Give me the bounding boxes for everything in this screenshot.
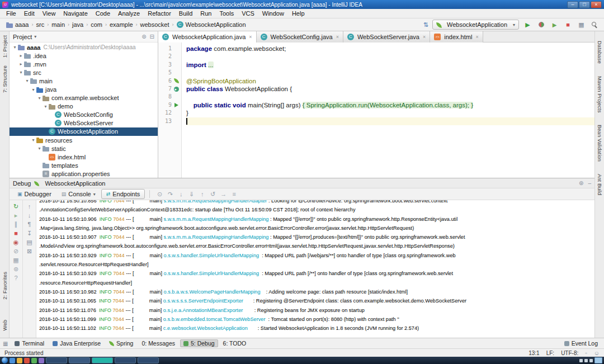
- step-into-button[interactable]: ↓: [176, 191, 186, 197]
- code-line-5[interactable]: [186, 69, 594, 77]
- taskbar-icon-5[interactable]: [39, 358, 44, 363]
- tree-chevron[interactable]: ▾: [18, 70, 24, 75]
- debug-settings-icon[interactable]: ⊛: [579, 180, 583, 186]
- taskbar-window-4[interactable]: [115, 357, 136, 363]
- toolwindow-bar-Event Log[interactable]: Event Log: [561, 339, 601, 347]
- tray-icon[interactable]: [579, 359, 583, 362]
- lock-icon[interactable]: ▫: [585, 350, 587, 356]
- close-tab-icon[interactable]: ×: [336, 34, 339, 40]
- tree-chevron[interactable]: ▾: [12, 45, 18, 50]
- menu-run[interactable]: Run: [196, 10, 215, 17]
- code-line-3[interactable]: import ...: [186, 61, 594, 69]
- code-line-6[interactable]: @SpringBootApplication: [186, 77, 594, 85]
- statusbar-item-2[interactable]: UTF-8:: [561, 350, 578, 356]
- tree-item-src[interactable]: ▾src: [10, 68, 158, 77]
- stop-button[interactable]: ■: [14, 230, 18, 237]
- tree-chevron[interactable]: ▾: [43, 104, 49, 109]
- coverage-button[interactable]: ▶: [550, 20, 559, 30]
- menu-analyze[interactable]: Analyze: [114, 10, 144, 17]
- tree-chevron[interactable]: ▾: [36, 146, 43, 151]
- debug-tab-console[interactable]: ▤Console▾: [57, 190, 100, 198]
- close-tab-icon[interactable]: ×: [423, 34, 426, 40]
- toolwindow-bar-5: Debug[interactable]: 5: Debug: [180, 339, 218, 347]
- toolwindow-bar-Java Enterprise[interactable]: Java Enterprise: [49, 339, 104, 347]
- toolwindow-bar-Terminal[interactable]: Terminal: [11, 339, 48, 347]
- close-button[interactable]: ×: [591, 1, 602, 8]
- step-out-button[interactable]: ↑: [197, 191, 207, 197]
- toolwindow-button-7: Structure[interactable]: 7: Structure: [2, 62, 8, 97]
- show-desktop-button[interactable]: [594, 357, 602, 363]
- code-area[interactable]: 123567891213 package com.example.websock…: [158, 42, 594, 178]
- tree-chevron[interactable]: ▾: [24, 78, 30, 83]
- toolwindow-button-Maven Projects[interactable]: Maven Projects: [597, 72, 603, 116]
- statusbar-item-0[interactable]: 13:1: [528, 350, 539, 356]
- step-over-button[interactable]: ↷: [165, 191, 176, 198]
- toolwindow-button-Ant Build[interactable]: Ant Build: [597, 170, 603, 199]
- navigate-icon[interactable]: ⇅: [423, 21, 428, 29]
- menu-build[interactable]: Build: [175, 10, 196, 17]
- menu-view[interactable]: View: [39, 10, 60, 17]
- code-line-2[interactable]: [186, 53, 594, 60]
- code-line-12[interactable]: }: [186, 109, 594, 117]
- collapse-all-icon[interactable]: ⊟: [150, 34, 154, 40]
- taskbar-icon-4[interactable]: [31, 358, 37, 363]
- menu-tools[interactable]: Tools: [215, 10, 238, 17]
- rerun-button[interactable]: ↻: [13, 203, 18, 210]
- tree-chevron[interactable]: ▸: [18, 62, 24, 67]
- toolwindow-switcher-icon[interactable]: ▦: [3, 341, 8, 347]
- next-occurrence-button[interactable]: ↓: [28, 212, 31, 219]
- taskbar-window-5[interactable]: [138, 357, 159, 363]
- hide-panel-icon[interactable]: –: [588, 180, 591, 186]
- editor-tab-WebsocketApplication.java[interactable]: WebsocketApplication.java×: [158, 31, 257, 42]
- tree-item-templates[interactable]: templates: [10, 161, 158, 169]
- debug-tab-endpoints[interactable]: ⇄Endpoints: [101, 189, 145, 199]
- toolwindow-button-2: Favorites[interactable]: 2: Favorites: [2, 268, 8, 304]
- run-button[interactable]: ▶: [523, 20, 532, 30]
- start-button[interactable]: [2, 357, 8, 363]
- statusbar-item-1[interactable]: LF:: [546, 350, 554, 356]
- tree-item-resources[interactable]: ▾resources: [10, 136, 158, 144]
- tree-item-main[interactable]: ▾main: [10, 77, 158, 85]
- crumb-java[interactable]: java: [70, 21, 85, 28]
- debug-console[interactable]: 2018-10-11 16:50:10.856 INFO 7044 --- [ …: [36, 200, 594, 338]
- editor-tab-WebSocketConfig.java[interactable]: WebSocketConfig.java×: [257, 31, 343, 42]
- tree-item-aaaa[interactable]: ▾aaaaC:\Users\Administrator\Desktop\aaaa: [10, 43, 158, 51]
- menu-refactor[interactable]: Refactor: [144, 10, 175, 17]
- crumb-websocket[interactable]: websocket: [139, 21, 171, 28]
- tree-item-application.properties[interactable]: application.properties: [10, 169, 158, 178]
- chevron-down-icon[interactable]: ▾: [34, 34, 36, 39]
- maximize-button[interactable]: □: [579, 1, 590, 8]
- taskbar-window-3[interactable]: [92, 357, 113, 363]
- tree-item-WebsocketApplication[interactable]: WebsocketApplication: [10, 127, 158, 136]
- mute-breakpoints-button[interactable]: ⊘: [13, 248, 18, 254]
- crumb-src[interactable]: src: [34, 21, 46, 28]
- tree-item-WebSocketConfig[interactable]: WebSocketConfig: [10, 111, 158, 119]
- menu-window[interactable]: Window: [258, 10, 288, 17]
- debug-panel-title[interactable]: Debug: [13, 180, 31, 187]
- drop-frame-button[interactable]: ↺: [207, 191, 218, 198]
- close-tab-icon[interactable]: ×: [249, 34, 252, 40]
- menu-help[interactable]: Help: [288, 10, 309, 17]
- force-step-into-button[interactable]: ⇓: [186, 191, 197, 198]
- hector-icon[interactable]: ☺: [594, 350, 600, 356]
- tree-item-static[interactable]: ▾static: [10, 144, 158, 153]
- soft-wrap-button[interactable]: ¶: [28, 221, 31, 228]
- menu-edit[interactable]: Edit: [20, 10, 39, 17]
- run-to-cursor-button[interactable]: →: [218, 191, 229, 197]
- toolwindow-button-1: Project[interactable]: 1: Project: [2, 31, 8, 62]
- code-line-13[interactable]: [186, 117, 594, 125]
- close-tab-icon[interactable]: ×: [475, 34, 478, 40]
- menu-file[interactable]: File: [2, 10, 20, 17]
- minimize-button[interactable]: –: [567, 1, 578, 8]
- taskbar-icon-1[interactable]: [10, 358, 15, 363]
- tree-item-java[interactable]: ▾java: [10, 85, 158, 93]
- crumb-example[interactable]: example: [108, 21, 135, 28]
- toolwindow-bar-Spring[interactable]: Spring: [106, 339, 136, 347]
- spring-bean-gutter-icon[interactable]: [174, 78, 179, 83]
- tree-item-index.html[interactable]: index.html: [10, 153, 158, 161]
- tree-chevron[interactable]: ▾: [36, 96, 43, 101]
- code-line-7[interactable]: public class WebsocketApplication {: [186, 85, 594, 93]
- scroll-to-end-button[interactable]: ↧: [27, 230, 32, 237]
- tree-chevron[interactable]: ▾: [30, 138, 36, 143]
- run-class-gutter-icon[interactable]: [174, 87, 179, 92]
